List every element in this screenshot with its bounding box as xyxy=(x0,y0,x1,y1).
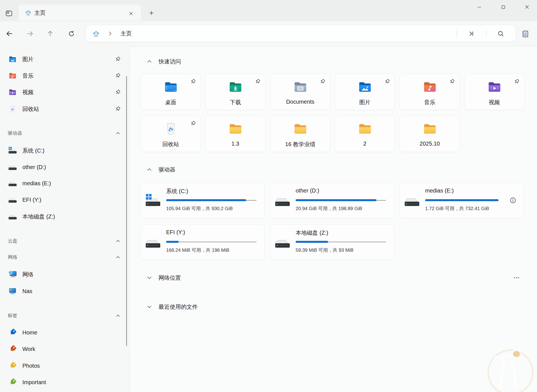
pin-icon[interactable] xyxy=(115,106,121,112)
sidebar-item-label: 系统 (C:) xyxy=(22,142,44,159)
new-tab-button[interactable] xyxy=(147,8,156,17)
tag-icon xyxy=(8,328,17,337)
breadcrumb-item[interactable]: 主页 xyxy=(121,25,132,42)
section-recent-files-header[interactable]: 最近使用的文件 xyxy=(129,302,537,312)
pin-icon[interactable] xyxy=(115,89,121,95)
pictures-folder-icon xyxy=(8,55,17,63)
navigation-pane-toggle-button[interactable] xyxy=(3,8,15,19)
drive-icon xyxy=(274,235,291,250)
sidebar-item-tag-photos[interactable]: Photos xyxy=(2,358,125,374)
pin-icon[interactable] xyxy=(115,56,121,62)
tile-pictures[interactable]: 图片 xyxy=(335,74,395,110)
pin-icon[interactable] xyxy=(115,73,121,79)
drive-card-y[interactable]: EFI (Y:) 168.24 MiB 可用，共 196 MiB xyxy=(141,224,265,260)
drive-name: 系统 (C:) xyxy=(166,187,188,195)
sidebar-item-drive-c[interactable]: 系统 (C:) xyxy=(2,142,125,159)
sidebar-item-network[interactable]: 网络 xyxy=(2,266,125,282)
sidebar-item-label: 音乐 xyxy=(22,68,34,84)
chevron-up-icon[interactable] xyxy=(115,130,121,136)
tab-close-button[interactable] xyxy=(127,10,135,17)
search-button[interactable] xyxy=(494,29,507,38)
sidebar-item-label: Important xyxy=(22,374,46,390)
sidebar-item-recycle-bin[interactable]: 回收站 xyxy=(2,101,125,117)
sidebar-section-network[interactable]: 网络 xyxy=(2,252,125,262)
sidebar-item-tag-home[interactable]: Home xyxy=(2,324,125,341)
drive-card-z[interactable]: 本地磁盘 (Z:) 59.39 MiB 可用，共 93 MiB xyxy=(270,224,394,260)
tile-label: 1.3 xyxy=(207,141,263,147)
chevron-down-icon[interactable] xyxy=(146,275,152,281)
pin-icon[interactable] xyxy=(190,120,196,127)
tile-recycle-bin[interactable]: 回收站 xyxy=(141,116,201,152)
tile-folder-16[interactable]: 16 教学业绩 xyxy=(270,116,330,152)
drive-name: medias (E:) xyxy=(425,187,454,194)
info-icon[interactable] xyxy=(509,197,517,204)
section-quick-access-header[interactable]: 快速访问 xyxy=(129,56,537,66)
tile-desktop[interactable]: 桌面 xyxy=(141,74,201,110)
drive-card-d[interactable]: other (D:) 20.94 GiB 可用，共 198.89 GiB xyxy=(270,183,394,218)
address-bar[interactable]: 主页 xyxy=(86,25,516,42)
tile-documents[interactable]: Documents xyxy=(270,74,330,110)
drive-card-c[interactable]: 系统 (C:) 105.94 GiB 可用，共 930.2 GiB xyxy=(141,183,265,218)
section-drives-header[interactable]: 驱动器 xyxy=(129,165,537,175)
tile-folder-2025-10[interactable]: 2025.10 xyxy=(400,116,460,152)
pin-icon[interactable] xyxy=(514,79,520,85)
drive-icon xyxy=(8,163,17,171)
minimize-button[interactable] xyxy=(471,0,487,14)
maximize-button[interactable] xyxy=(495,0,511,14)
chevron-up-icon[interactable] xyxy=(115,313,121,319)
tile-downloads[interactable]: 下载 xyxy=(205,74,265,110)
sidebar-scrollbar[interactable] xyxy=(126,76,127,346)
drive-icon xyxy=(403,194,421,208)
pin-icon[interactable] xyxy=(319,79,326,85)
pin-icon[interactable] xyxy=(449,79,455,85)
sidebar-item-drive-d[interactable]: other (D:) xyxy=(2,159,125,175)
sidebar-item-pictures[interactable]: 图片 xyxy=(2,51,125,67)
capacity-bar xyxy=(166,241,256,243)
pin-icon[interactable] xyxy=(190,79,196,85)
chevron-down-icon[interactable] xyxy=(146,304,152,310)
sidebar-item-drive-y[interactable]: EFI (Y:) xyxy=(2,192,125,208)
window-close-button[interactable] xyxy=(519,0,535,14)
content-panel: 快速访问 桌面 下载 Documents 图片 音乐 xyxy=(129,46,537,392)
drive-capacity: 1.72 GiB 可用，共 732.41 GiB xyxy=(425,205,489,212)
recycle-bin-icon xyxy=(8,105,17,113)
chevron-up-icon[interactable] xyxy=(115,255,121,260)
tile-videos[interactable]: 视频 xyxy=(464,74,524,110)
sidebar-item-nas[interactable]: Nas xyxy=(2,283,125,299)
section-label: 云盘 xyxy=(8,236,17,246)
tile-label: 2025.10 xyxy=(402,141,458,147)
sidebar-section-tags[interactable]: 标签 xyxy=(2,311,125,321)
tile-music[interactable]: 音乐 xyxy=(400,74,460,110)
chevron-up-icon[interactable] xyxy=(115,238,121,244)
tab-home[interactable]: 主页 xyxy=(19,4,141,21)
sidebar-item-label: 网络 xyxy=(22,266,34,282)
back-button[interactable] xyxy=(3,27,15,40)
sidebar-item-tag-work[interactable]: Work xyxy=(2,341,125,357)
up-button[interactable] xyxy=(44,27,56,40)
home-icon xyxy=(92,30,100,38)
forward-button[interactable] xyxy=(24,27,36,40)
drive-card-e[interactable]: medias (E:) 1.72 GiB 可用，共 732.41 GiB xyxy=(400,183,524,218)
pin-icon[interactable] xyxy=(384,79,390,85)
drive-name: EFI (Y:) xyxy=(166,229,185,236)
sidebar-item-drive-e[interactable]: medias (E:) xyxy=(2,175,125,191)
tile-folder-1-3[interactable]: 1.3 xyxy=(205,116,265,152)
section-network-locations-header[interactable]: 网络位置 xyxy=(129,273,537,283)
sidebar-item-videos[interactable]: 视频 xyxy=(2,84,125,100)
more-options-button[interactable] xyxy=(510,273,523,283)
chevron-up-icon[interactable] xyxy=(146,58,152,65)
chevron-up-icon[interactable] xyxy=(146,167,152,173)
sidebar-item-tag-important[interactable]: Important xyxy=(2,374,125,390)
sidebar-item-drive-z[interactable]: 本地磁盘 (Z:) xyxy=(2,208,125,225)
details-pane-toggle-button[interactable] xyxy=(519,28,531,39)
refresh-button[interactable] xyxy=(65,27,77,40)
sidebar-item-music[interactable]: 音乐 xyxy=(2,68,125,84)
pin-icon[interactable] xyxy=(255,79,261,85)
sidebar-section-drives[interactable]: 驱动器 xyxy=(2,128,125,138)
breadcrumb-home-button[interactable] xyxy=(92,30,100,38)
sidebar-section-cloud[interactable]: 云盘 xyxy=(2,236,125,246)
go-to-address-button[interactable] xyxy=(465,29,477,38)
sidebar-item-label: other (D:) xyxy=(22,159,46,175)
tile-folder-2[interactable]: 2 xyxy=(335,116,395,152)
sidebar-item-label: 视频 xyxy=(22,84,34,100)
